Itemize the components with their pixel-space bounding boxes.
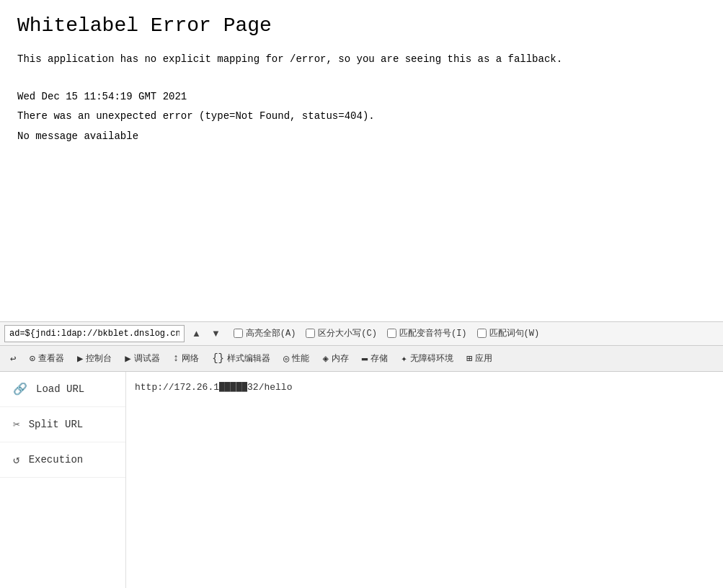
toolbar-performance[interactable]: ◎ 性能 [278, 349, 315, 368]
toolbar-style-editor[interactable]: {} 样式编辑器 [206, 349, 276, 368]
inspector-icon: ⊙ [29, 352, 35, 365]
hackbar-sidebar: 🔗 Load URL ✂ Split URL ↺ Execution [0, 372, 126, 588]
url-display: http://172.26.1█████32/hello [135, 379, 714, 396]
toolbar-memory[interactable]: ◈ 内存 [316, 349, 354, 368]
toolbar-application[interactable]: ⊞ 应用 [461, 349, 498, 368]
search-up-button[interactable]: ▲ [189, 326, 204, 340]
error-timestamp: Wed Dec 15 11:54:19 GMT 2021 [17, 89, 706, 106]
accessibility-icon: ✦ [401, 352, 407, 365]
error-description: This application has no explicit mapping… [17, 51, 706, 68]
error-body: This application has no explicit mapping… [17, 51, 706, 146]
storage-icon: ▬ [362, 352, 368, 364]
devtools-toolbar: ↩ ⊙ 查看器 ▶ 控制台 ▶ 调试器 ↕ 网络 {} 样式编辑器 ◎ 性能 ◈… [0, 346, 723, 372]
load-url-item[interactable]: 🔗 Load URL [0, 372, 125, 407]
error-detail: There was an unexpected error (type=Not … [17, 108, 706, 125]
style-icon: {} [212, 352, 224, 364]
highlight-all-checkbox[interactable] [234, 329, 243, 338]
load-url-label: Load URL [36, 383, 84, 395]
whole-word-option[interactable]: 匹配词句(W) [477, 327, 540, 339]
application-icon: ⊞ [466, 352, 472, 365]
toolbar-debugger[interactable]: ▶ 调试器 [119, 349, 165, 368]
toolbar-inspector[interactable]: ⊙ 查看器 [23, 349, 69, 368]
highlight-all-option[interactable]: 高亮全部(A) [234, 327, 296, 339]
toolbar-storage[interactable]: ▬ 存储 [356, 349, 394, 368]
back-icon: ↩ [10, 352, 16, 365]
case-sensitive-checkbox[interactable] [306, 329, 315, 338]
hackbar-panel: 🔗 Load URL ✂ Split URL ↺ Execution http:… [0, 372, 723, 588]
split-url-label: Split URL [29, 419, 84, 430]
execution-label: Execution [29, 454, 84, 466]
error-no-message: No message available [17, 128, 706, 146]
whole-word-checkbox[interactable] [477, 329, 487, 338]
case-sensitive-option[interactable]: 区分大小写(C) [306, 327, 377, 339]
split-url-icon: ✂ [13, 417, 20, 432]
execution-icon: ↺ [13, 453, 20, 467]
search-down-button[interactable]: ▼ [208, 326, 223, 340]
execution-item[interactable]: ↺ Execution [0, 442, 125, 478]
toolbar-console[interactable]: ▶ 控制台 [71, 349, 117, 368]
search-input[interactable] [4, 325, 185, 342]
hackbar-content: http://172.26.1█████32/hello [126, 372, 723, 588]
split-url-item[interactable]: ✂ Split URL [0, 407, 125, 442]
diacritics-checkbox[interactable] [387, 329, 396, 338]
toolbar-network[interactable]: ↕ 网络 [167, 349, 205, 368]
memory-icon: ◈ [322, 352, 328, 365]
performance-icon: ◎ [283, 352, 289, 365]
network-icon: ↕ [173, 352, 179, 364]
debugger-icon: ▶ [125, 352, 130, 365]
toolbar-accessibility[interactable]: ✦ 无障碍环境 [395, 349, 458, 368]
toolbar-back[interactable]: ↩ [4, 349, 22, 368]
load-url-icon: 🔗 [13, 382, 27, 396]
error-title: Whitelabel Error Page [17, 14, 706, 37]
error-page: Whitelabel Error Page This application h… [0, 0, 723, 163]
console-icon: ▶ [77, 352, 83, 365]
devtools-search-bar: ▲ ▼ 高亮全部(A) 区分大小写(C) 匹配变音符号(I) 匹配词句(W) [0, 321, 723, 346]
diacritics-option[interactable]: 匹配变音符号(I) [387, 327, 467, 339]
